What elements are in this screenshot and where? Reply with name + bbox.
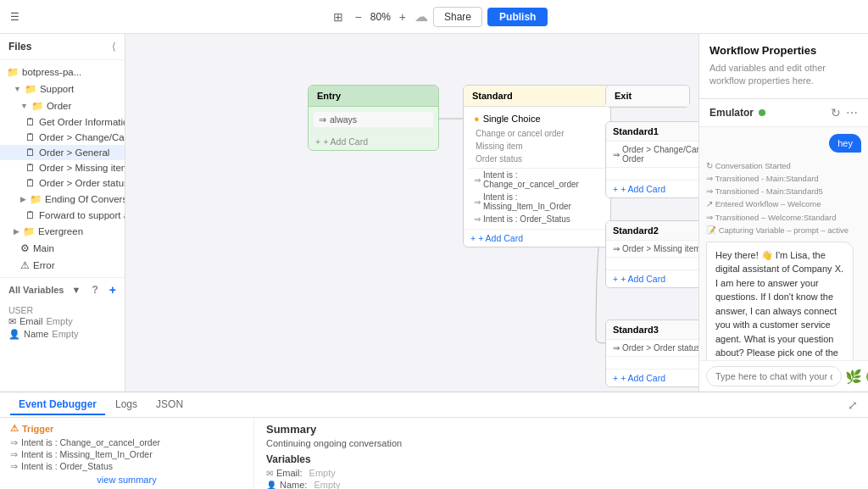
intent-row-2: ⇒ Intent is : Missing_Item_In_Order: [469, 191, 605, 213]
sidebar: Files ⟨ 📁 botpress-pa... ▼ 📁 Support ▼ 📁…: [0, 34, 125, 392]
folder-icon: 📁: [25, 83, 36, 95]
file-icon: 🗒: [25, 117, 36, 127]
standard2-exit: Exit: [606, 257, 698, 270]
sidebar-item-order[interactable]: ▼ 📁 Order: [0, 97, 125, 114]
standard2-node[interactable]: Standard2 ⇒ Order > Missing item Exit + …: [605, 220, 698, 288]
wp-title: Workflow Properties: [709, 44, 858, 57]
workflow-properties: Workflow Properties Add variables and ed…: [699, 34, 868, 99]
refresh-icon[interactable]: ↻: [831, 106, 841, 119]
entry-node-header: Entry: [309, 86, 438, 107]
fit-view-btn[interactable]: ⊞: [330, 8, 347, 25]
file-icon: 🗒: [25, 163, 36, 173]
collapse-icon[interactable]: ⟨: [112, 41, 116, 53]
chat-msg-bot: Hey there! 👋 I'm Lisa, the digital assis…: [706, 242, 861, 360]
view-summary-link[interactable]: view summary: [10, 475, 243, 485]
right-panel: Workflow Properties Add variables and ed…: [698, 34, 868, 392]
person-icon: 👤: [8, 329, 20, 340]
chat-msg-user: hey: [706, 134, 861, 153]
sidebar-item-change-cancel[interactable]: 🗒 Order > Change/Cancel...: [0, 130, 125, 145]
standard3-node[interactable]: Standard3 ⇒ Order > Order status Exit + …: [605, 320, 698, 387]
sidebar-item-forward[interactable]: 🗒 Forward to support agent: [0, 208, 125, 223]
email-icon: ✉: [8, 316, 16, 327]
standard1-header: Standard1: [606, 122, 698, 142]
email-icon: ✉: [266, 469, 273, 478]
standard-node[interactable]: Standard ● Single Choice Change or cance…: [463, 85, 611, 247]
emulator-input[interactable]: [706, 366, 842, 386]
wp-desc: Add variables and edit other workflow pr…: [709, 62, 858, 88]
standard-add-card[interactable]: + + Add Card: [464, 229, 610, 247]
sidebar-item-support[interactable]: ▼ 📁 Support: [0, 81, 125, 97]
standard2-body: ⇒ Order > Missing item: [606, 241, 698, 257]
sidebar-item-error[interactable]: ⚠ Error: [0, 257, 125, 274]
chevron-icon: ▼: [20, 102, 28, 110]
emulator-section: Emulator ↻ ⋯ hey ↻ Conversation Started …: [699, 99, 868, 392]
add-variable-btn[interactable]: +: [109, 283, 116, 297]
exit-node-header: Exit: [606, 86, 689, 107]
all-variables-header[interactable]: All Variables ▼ ? +: [8, 283, 116, 297]
folder-icon: 📁: [31, 100, 43, 112]
sidebar-header-icons: ⟨: [112, 41, 116, 53]
cloud-icon: ☁: [415, 8, 428, 25]
entry-add-card[interactable]: + + Add Card: [309, 132, 438, 150]
standard-node-body: ● Single Choice Change or cancel order M…: [464, 107, 610, 229]
zoom-in-btn[interactable]: +: [396, 8, 409, 25]
var-email: ✉ Email Empty: [8, 315, 116, 328]
summary-title: Summary: [266, 423, 856, 436]
variables-panel: USER ✉ Email Empty 👤 Name Empty: [0, 298, 125, 344]
help-icon: ?: [92, 284, 97, 296]
standard3-exit: Exit: [606, 356, 698, 369]
tab-json[interactable]: JSON: [147, 395, 192, 415]
tab-logs[interactable]: Logs: [107, 395, 146, 415]
bottom-content: ⚠ Trigger ⇒ Intent is : Change_or_cancel…: [0, 418, 868, 489]
sidebar-item-project[interactable]: 📁 botpress-pa...: [0, 64, 125, 81]
standard1-node[interactable]: Standard1 ⇒ Order > Change/Cancel Order …: [605, 121, 698, 198]
exit-node[interactable]: Exit: [605, 85, 690, 108]
sidebar-content: 📁 botpress-pa... ▼ 📁 Support ▼ 📁 Order 🗒…: [0, 60, 125, 392]
trigger-icon: ⚠: [10, 423, 19, 434]
summary-desc: Continuing ongoing conversation: [266, 438, 856, 448]
chevron-down-icon: ▼: [71, 285, 81, 295]
topbar-left: ☰: [10, 11, 19, 23]
chat-bubble-bot: Hey there! 👋 I'm Lisa, the digital assis…: [706, 242, 854, 360]
canvas-area[interactable]: Entry ⇒ always + + Add Card Standard: [125, 34, 698, 392]
intent-row-3: ⇒ Intent is : Order_Status: [469, 213, 605, 225]
share-button[interactable]: Share: [433, 7, 482, 27]
variables-title: Variables: [266, 453, 856, 465]
topbar-center: ⊞ − 80% + ☁ Share Publish: [330, 7, 548, 27]
canvas: Entry ⇒ always + + Add Card Standard: [125, 34, 698, 392]
bottom-intent-3: ⇒ Intent is : Order_Status: [10, 461, 243, 471]
sidebar-item-main[interactable]: ⚙ Main: [0, 240, 125, 257]
zoom-out-btn[interactable]: −: [352, 8, 365, 25]
online-indicator: [759, 109, 765, 116]
sidebar-title: Files: [8, 41, 31, 53]
tab-event-debugger[interactable]: Event Debugger: [10, 395, 105, 415]
emoji-btn[interactable]: 🌿: [845, 369, 862, 385]
more-icon[interactable]: ⋯: [846, 106, 858, 119]
file-icon: 🗒: [25, 132, 36, 142]
standard3-add-card[interactable]: + + Add Card: [606, 369, 698, 386]
topbar: ☰ ⊞ − 80% + ☁ Share Publish: [0, 0, 868, 34]
emulator-header-icons: ↻ ⋯: [831, 106, 858, 119]
sidebar-item-missing-item[interactable]: 🗒 Order > Missing item: [0, 160, 125, 175]
file-icon: 🗒: [25, 178, 36, 188]
file-icon: ⚙: [20, 242, 30, 254]
standard1-add-card[interactable]: + + Add Card: [606, 180, 698, 197]
emulator-title: Emulator: [709, 107, 765, 119]
sidebar-item-ending[interactable]: ▶ 📁 Ending Of Conversation: [0, 191, 125, 208]
entry-node[interactable]: Entry ⇒ always + + Add Card: [308, 85, 439, 151]
publish-button[interactable]: Publish: [487, 8, 548, 26]
folder-icon: 📁: [7, 66, 19, 78]
bottom-panel-expand-icon[interactable]: ⤢: [848, 398, 858, 412]
intent-row-1: ⇒ Intent is : Change_or_cancel_order: [469, 169, 605, 191]
bottom-left: ⚠ Trigger ⇒ Intent is : Change_or_cancel…: [0, 418, 254, 489]
sidebar-item-evergreen[interactable]: ▶ 📁 Evergreen: [0, 223, 125, 240]
sidebar-item-general[interactable]: 🗒 Order > General: [0, 145, 125, 160]
chevron-icon: ▶: [14, 227, 19, 236]
standard3-header: Standard3: [606, 320, 698, 340]
bottom-intent-2: ⇒ Intent is : Missing_Item_In_Order: [10, 449, 243, 459]
standard2-add-card[interactable]: + + Add Card: [606, 270, 698, 287]
standard1-body: ⇒ Order > Change/Cancel Order: [606, 142, 698, 167]
sidebar-item-get-order[interactable]: 🗒 Get Order Information: [0, 114, 125, 130]
bottom-panel: Event Debugger Logs JSON ⤢ ⚠ Trigger ⇒ I…: [0, 392, 868, 489]
sidebar-item-order-status[interactable]: 🗒 Order > Order status: [0, 175, 125, 191]
